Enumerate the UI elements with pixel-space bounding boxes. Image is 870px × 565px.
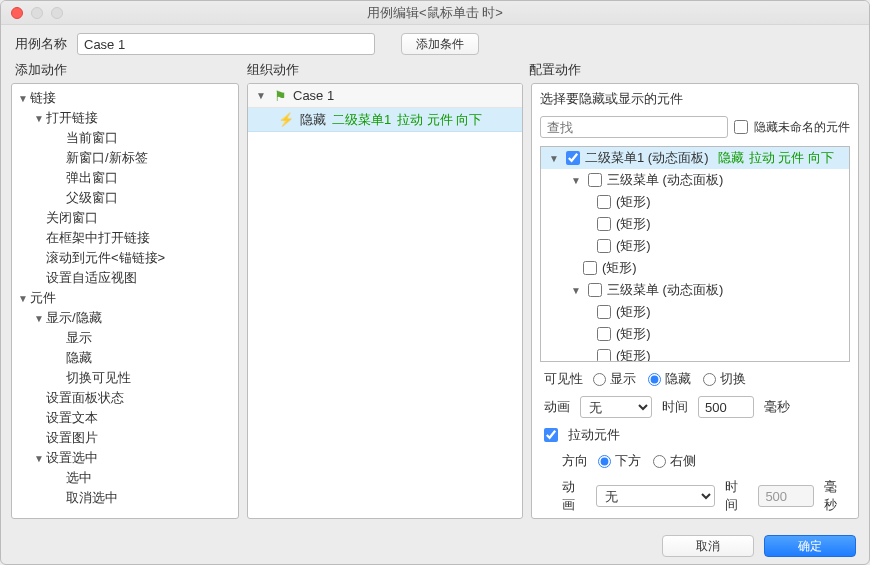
widget-node-selected[interactable]: ▼ 二级菜单1 (动态面板) 隐藏 拉动 元件 向下 <box>541 147 849 169</box>
action-row[interactable]: ⚡ 隐藏 二级菜单1 拉动 元件 向下 <box>248 108 522 132</box>
tree-group-widgets[interactable]: ▼元件 <box>12 288 238 308</box>
vis-toggle-option[interactable]: 切换 <box>703 370 746 388</box>
cancel-button[interactable]: 取消 <box>662 535 754 557</box>
widget-checkbox[interactable] <box>597 239 611 253</box>
widget-checkbox[interactable] <box>588 283 602 297</box>
ms-label-2: 毫秒 <box>824 478 848 514</box>
widget-label: (矩形) <box>616 215 651 233</box>
tree-group-showhide[interactable]: ▼显示/隐藏 <box>12 308 238 328</box>
organize-panel: ▼ ⚑ Case 1 ⚡ 隐藏 二级菜单1 拉动 元件 向下 <box>247 83 523 519</box>
vis-hide-option[interactable]: 隐藏 <box>648 370 691 388</box>
case-header[interactable]: ▼ ⚑ Case 1 <box>248 84 522 108</box>
tree-item[interactable]: 当前窗口 <box>12 128 238 148</box>
search-input[interactable] <box>540 116 728 138</box>
tree-item[interactable]: 弹出窗口 <box>12 168 238 188</box>
widget-checkbox[interactable] <box>597 305 611 319</box>
anim-select[interactable]: 无 <box>580 396 652 418</box>
tree-item[interactable]: 取消选中 <box>12 488 238 508</box>
anim-row: 动画 无 时间 毫秒 <box>544 396 848 418</box>
widget-label: 二级菜单1 (动态面板) <box>585 149 709 167</box>
widget-node[interactable]: (矩形) <box>541 235 849 257</box>
chevron-down-icon: ▼ <box>32 451 46 465</box>
section-headers: 添加动作 组织动作 配置动作 <box>1 61 869 83</box>
mid-header: 组织动作 <box>247 61 529 79</box>
dir-row: 方向 下方 右侧 <box>544 452 848 470</box>
widget-checkbox[interactable] <box>583 261 597 275</box>
tree-item[interactable]: 隐藏 <box>12 348 238 368</box>
actions-tree: ▼链接 ▼打开链接 当前窗口 新窗口/新标签 弹出窗口 父级窗口 关闭窗口 在框… <box>12 84 238 512</box>
tree-group-open-link[interactable]: ▼打开链接 <box>12 108 238 128</box>
widget-node[interactable]: ▼ 三级菜单 (动态面板) <box>541 169 849 191</box>
action-prefix: 隐藏 <box>300 111 326 129</box>
widget-node[interactable]: (矩形) <box>541 301 849 323</box>
left-header: 添加动作 <box>15 61 247 79</box>
tree-item[interactable]: 滚动到元件<锚链接> <box>12 248 238 268</box>
widget-label: (矩形) <box>616 303 651 321</box>
bolt-icon: ⚡ <box>278 112 294 127</box>
anim-label: 动画 <box>544 398 570 416</box>
widget-checkbox[interactable] <box>566 151 580 165</box>
right-header: 配置动作 <box>529 61 581 79</box>
widget-checkbox[interactable] <box>597 195 611 209</box>
chevron-down-icon: ▼ <box>32 311 46 325</box>
tree-item[interactable]: 新窗口/新标签 <box>12 148 238 168</box>
dir-label: 方向 <box>562 452 588 470</box>
tree-item[interactable]: 选中 <box>12 468 238 488</box>
time-label: 时间 <box>662 398 688 416</box>
widget-checkbox[interactable] <box>597 217 611 231</box>
pull-label: 拉动元件 <box>568 426 620 444</box>
dir-down-option[interactable]: 下方 <box>598 452 641 470</box>
tree-item[interactable]: 显示 <box>12 328 238 348</box>
widget-label: 三级菜单 (动态面板) <box>607 281 723 299</box>
pull-checkbox[interactable] <box>544 428 558 442</box>
close-window-icon[interactable] <box>11 7 23 19</box>
tree-item[interactable]: 切换可见性 <box>12 368 238 388</box>
hide-unnamed-checkbox[interactable] <box>734 120 748 134</box>
tree-item[interactable]: 在框架中打开链接 <box>12 228 238 248</box>
configure-panel: 选择要隐藏或显示的元件 隐藏未命名的元件 ▼ 二级菜单1 (动态面板) 隐藏 拉… <box>531 83 859 519</box>
vis-show-option[interactable]: 显示 <box>593 370 636 388</box>
widget-label: 三级菜单 (动态面板) <box>607 171 723 189</box>
time-label-2: 时间 <box>725 478 749 514</box>
widget-label: (矩形) <box>616 347 651 362</box>
hide-unnamed-label: 隐藏未命名的元件 <box>754 119 850 136</box>
widget-checkbox[interactable] <box>597 327 611 341</box>
visibility-label: 可见性 <box>544 370 583 388</box>
widget-node[interactable]: (矩形) <box>541 257 849 279</box>
case-label: Case 1 <box>293 88 334 103</box>
tree-item[interactable]: 父级窗口 <box>12 188 238 208</box>
titlebar: 用例编辑<鼠标单击 时> <box>1 1 869 25</box>
widget-checkbox[interactable] <box>588 173 602 187</box>
add-condition-button[interactable]: 添加条件 <box>401 33 479 55</box>
pull-anim-select[interactable]: 无 <box>596 485 715 507</box>
tree-item[interactable]: 设置面板状态 <box>12 388 238 408</box>
chevron-down-icon: ▼ <box>569 173 583 187</box>
widget-node[interactable]: ▼ 三级菜单 (动态面板) <box>541 279 849 301</box>
widget-tree: ▼ 二级菜单1 (动态面板) 隐藏 拉动 元件 向下 ▼ 三级菜单 (动态面板)… <box>540 146 850 362</box>
dir-right-option[interactable]: 右侧 <box>653 452 696 470</box>
minimize-window-icon <box>31 7 43 19</box>
configure-header: 选择要隐藏或显示的元件 <box>540 90 850 108</box>
widget-node[interactable]: (矩形) <box>541 345 849 362</box>
case-name-input[interactable] <box>77 33 375 55</box>
pull-row: 拉动元件 <box>544 426 848 444</box>
widget-node[interactable]: (矩形) <box>541 323 849 345</box>
widget-node[interactable]: (矩形) <box>541 191 849 213</box>
widget-state-opts: 拉动 元件 向下 <box>749 149 834 167</box>
chevron-down-icon: ▼ <box>547 151 561 165</box>
widget-label: (矩形) <box>616 325 651 343</box>
widget-label: (矩形) <box>616 237 651 255</box>
visibility-row: 可见性 显示 隐藏 切换 <box>544 370 848 388</box>
widget-checkbox[interactable] <box>597 349 611 362</box>
time-input[interactable] <box>698 396 754 418</box>
tree-item[interactable]: 设置自适应视图 <box>12 268 238 288</box>
tree-item[interactable]: 关闭窗口 <box>12 208 238 228</box>
tree-item[interactable]: 设置图片 <box>12 428 238 448</box>
tree-item[interactable]: 设置文本 <box>12 408 238 428</box>
ok-button[interactable]: 确定 <box>764 535 856 557</box>
tree-group-links[interactable]: ▼链接 <box>12 88 238 108</box>
pull-time-input <box>758 485 814 507</box>
tree-group-selected[interactable]: ▼设置选中 <box>12 448 238 468</box>
widget-node[interactable]: (矩形) <box>541 213 849 235</box>
zoom-window-icon <box>51 7 63 19</box>
